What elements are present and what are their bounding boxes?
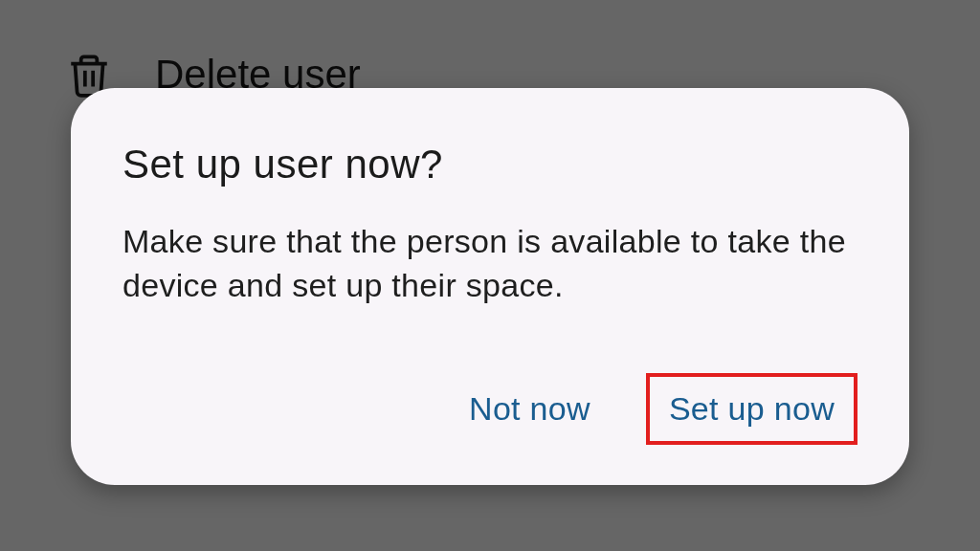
set-up-now-button[interactable]: Set up now	[646, 373, 858, 445]
dialog-body: Make sure that the person is available t…	[122, 220, 858, 308]
dialog-actions: Not now Set up now	[122, 373, 858, 445]
setup-user-dialog: Set up user now? Make sure that the pers…	[71, 88, 909, 485]
not-now-button[interactable]: Not now	[450, 379, 610, 439]
dialog-title: Set up user now?	[122, 142, 858, 187]
